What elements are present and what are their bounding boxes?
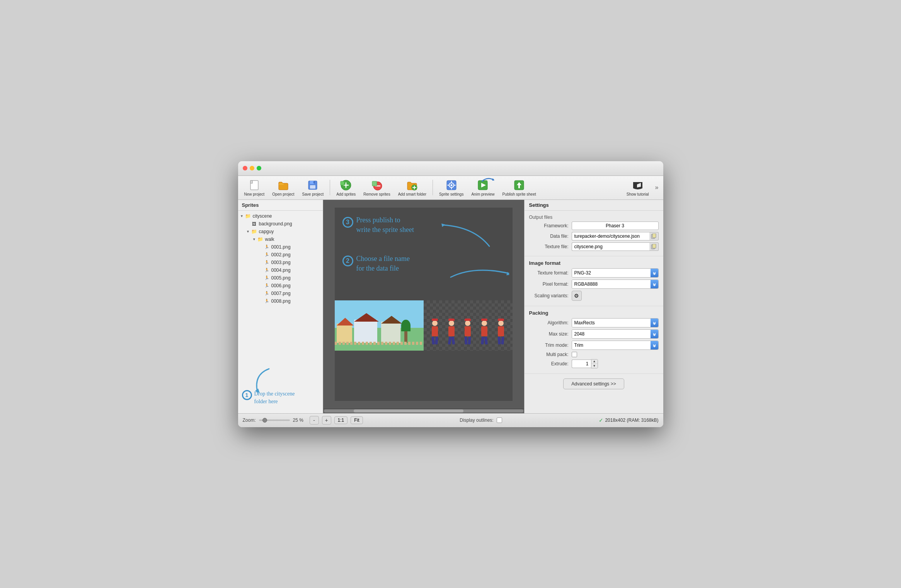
extrude-stepper[interactable]: ▲ ▼: [572, 359, 598, 368]
publish-button[interactable]: Publish sprite sheet: [499, 177, 539, 198]
tree-item-background[interactable]: 🖼 background.png: [238, 220, 323, 228]
tree-item-0002[interactable]: 🏃 0002.png: [238, 251, 323, 259]
texture-file-input-wrapper[interactable]: [572, 242, 659, 251]
toolbar-separator-1: [330, 180, 330, 195]
trim-mode-select[interactable]: Trim: [572, 341, 659, 350]
svg-rect-5: [313, 181, 315, 183]
add-sprites-button[interactable]: Add sprites: [333, 177, 359, 198]
zoom-slider[interactable]: [259, 419, 290, 421]
zoom-thumb[interactable]: [262, 418, 267, 423]
zoom-plus-button[interactable]: +: [322, 416, 331, 424]
bottom-bar: Zoom: 25 % - + 1:1 Fit Display outlines:…: [238, 413, 663, 427]
svg-point-13: [450, 184, 452, 186]
advanced-settings-button[interactable]: Advanced settings >>: [563, 378, 624, 389]
save-project-label: Save project: [302, 192, 324, 196]
texture-file-label: Texture file:: [529, 244, 572, 249]
show-tutorial-button[interactable]: Show tutorial: [623, 177, 652, 198]
sprite-settings-label: Sprite settings: [439, 192, 463, 196]
sprite-icon-0007: 🏃: [264, 290, 270, 297]
tree-item-0006-label: 0006.png: [271, 283, 291, 288]
toolbar: New project Open project Save project: [238, 176, 663, 200]
algorithm-select[interactable]: MaxRects: [572, 318, 659, 327]
scrollbar-thumb[interactable]: [354, 409, 463, 412]
open-project-button[interactable]: Open project: [269, 177, 297, 198]
texture-format-select[interactable]: PNG-32: [572, 268, 659, 278]
pixel-format-select[interactable]: RGBA8888: [572, 280, 659, 289]
sidebar-tree[interactable]: ▼ 📁 cityscene 🖼 background.png ▼ 📁 capgu: [238, 211, 323, 383]
save-project-button[interactable]: Save project: [299, 177, 327, 198]
texture-file-input[interactable]: [572, 242, 649, 251]
ratio-1-1-button[interactable]: 1:1: [334, 416, 348, 424]
anim-preview-button[interactable]: Anim preview: [468, 177, 497, 198]
image-format-title: Image format: [529, 260, 659, 266]
new-project-button[interactable]: New project: [241, 177, 268, 198]
city-background-preview: [335, 300, 424, 351]
traffic-lights: [243, 166, 261, 170]
expand-arrow-cityscene[interactable]: ▼: [240, 214, 244, 218]
algorithm-arrow[interactable]: [651, 319, 658, 327]
scrollbar-track[interactable]: [324, 409, 523, 412]
output-files-section: Output files Framework: Phaser 3 Data fi…: [525, 211, 663, 256]
expand-arrow-walk[interactable]: ▼: [252, 237, 257, 241]
new-project-icon: [248, 179, 261, 191]
texture-format-row: Texture format: PNG-32: [529, 268, 659, 278]
canvas-main[interactable]: 3 Press publish towrite the sprite sheet…: [323, 200, 524, 409]
extrude-down-button[interactable]: ▼: [591, 364, 598, 368]
tree-item-capguy[interactable]: ▼ 📁 capguy: [238, 228, 323, 235]
sprite-settings-button[interactable]: Sprite settings: [436, 177, 467, 198]
minimize-button[interactable]: [250, 166, 254, 170]
tree-item-walk[interactable]: ▼ 📁 walk: [238, 235, 323, 243]
tree-item-0001[interactable]: 🏃 0001.png: [238, 243, 323, 251]
multi-pack-checkbox-wrapper[interactable]: [572, 352, 577, 357]
data-file-input-wrapper[interactable]: [572, 232, 659, 240]
extrude-input[interactable]: [572, 360, 591, 368]
tree-item-0003-label: 0003.png: [271, 260, 291, 265]
tree-item-0005[interactable]: 🏃 0005.png: [238, 274, 323, 282]
sprite-icon-0003: 🏃: [264, 259, 270, 266]
scaling-variants-gear-button[interactable]: ⚙: [572, 291, 582, 301]
texture-file-browse-button[interactable]: [649, 242, 659, 251]
remove-sprites-button[interactable]: Remove sprites: [360, 177, 393, 198]
texture-file-row: Texture file:: [529, 242, 659, 251]
status-ok-icon: ✓: [599, 417, 603, 423]
texture-format-arrow[interactable]: [651, 269, 658, 277]
tutorial-step3-text: 3 Press publish towrite the sprite sheet: [342, 215, 505, 235]
zoom-minus-button[interactable]: -: [310, 416, 319, 424]
publish-icon: [513, 179, 525, 191]
display-outlines-checkbox[interactable]: [497, 418, 502, 423]
tree-item-0006[interactable]: 🏃 0006.png: [238, 282, 323, 290]
canvas-area[interactable]: 3 Press publish towrite the sprite sheet…: [323, 200, 524, 413]
anim-preview-icon: [477, 179, 489, 191]
canvas-scrollbar[interactable]: [323, 409, 524, 413]
svg-rect-7: [341, 181, 344, 185]
pixel-format-value: RGBA8888: [572, 280, 651, 288]
max-size-arrow[interactable]: [651, 330, 658, 338]
data-file-input[interactable]: [572, 232, 649, 240]
data-file-browse-button[interactable]: [649, 232, 659, 240]
max-size-select[interactable]: 2048: [572, 329, 659, 339]
tutorial-arrow-3: [420, 219, 497, 250]
expand-arrow-capguy[interactable]: ▼: [246, 230, 250, 233]
tree-item-0004[interactable]: 🏃 0004.png: [238, 266, 323, 274]
algorithm-label: Algorithm:: [529, 320, 572, 326]
tree-item-cityscene-label: cityscene: [253, 213, 272, 219]
extrude-arrows[interactable]: ▲ ▼: [591, 359, 598, 368]
extrude-row: Extrude: ▲ ▼: [529, 359, 659, 368]
multi-pack-checkbox[interactable]: [572, 352, 577, 357]
tree-item-0003[interactable]: 🏃 0003.png: [238, 259, 323, 266]
trim-mode-arrow[interactable]: [651, 341, 658, 349]
fit-button[interactable]: Fit: [351, 416, 363, 424]
tree-item-0007[interactable]: 🏃 0007.png: [238, 290, 323, 297]
tree-item-cityscene[interactable]: ▼ 📁 cityscene: [238, 212, 323, 220]
data-file-row: Data file:: [529, 232, 659, 240]
pixel-format-arrow[interactable]: [651, 280, 658, 288]
framework-value[interactable]: Phaser 3: [572, 222, 659, 230]
close-button[interactable]: [243, 166, 247, 170]
new-project-label: New project: [244, 192, 265, 196]
max-size-value: 2048: [572, 330, 651, 338]
add-smart-folder-button[interactable]: Add smart folder: [395, 177, 429, 198]
maximize-button[interactable]: [257, 166, 261, 170]
extrude-up-button[interactable]: ▲: [591, 360, 598, 364]
toolbar-more-button[interactable]: »: [654, 182, 660, 193]
tree-item-0008[interactable]: 🏃 0008.png: [238, 297, 323, 305]
